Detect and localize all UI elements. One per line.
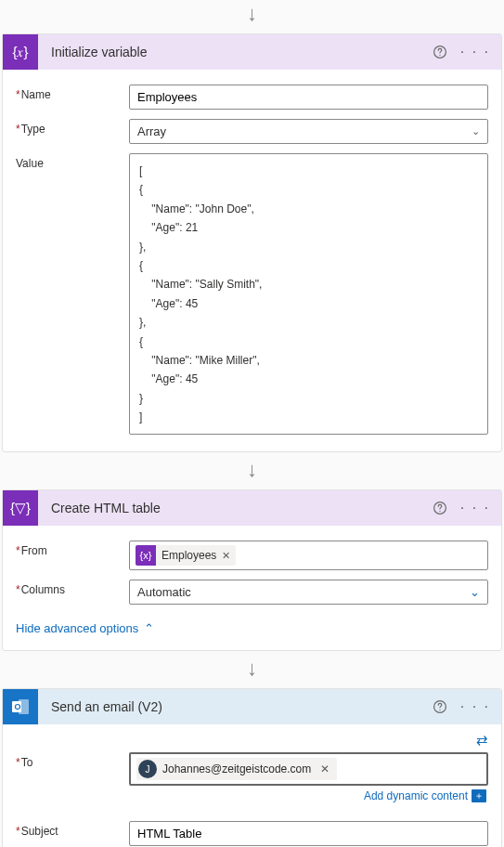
add-dynamic-content-link[interactable]: Add dynamic content ＋ [364, 789, 486, 802]
create-html-table-card: {▽} Create HTML table · · · *From {x} Em… [2, 489, 502, 651]
outlook-icon: O [3, 689, 38, 724]
flow-arrow-icon: ↓ [247, 458, 257, 482]
svg-point-1 [439, 55, 440, 56]
chevron-down-icon: ⌄ [472, 125, 480, 137]
svg-text:O: O [15, 702, 21, 711]
create-html-table-header[interactable]: {▽} Create HTML table · · · [3, 490, 501, 526]
help-icon[interactable] [433, 501, 447, 515]
flow-arrow-icon: ↓ [247, 657, 257, 681]
card-title: Create HTML table [38, 501, 433, 515]
chevron-up-icon: ⌃ [144, 621, 154, 635]
variable-icon: {𝑥} [3, 34, 38, 70]
token-remove-icon[interactable]: ✕ [320, 762, 330, 775]
card-menu-icon[interactable]: · · · [460, 698, 490, 715]
type-label: *Type [16, 119, 129, 136]
value-label: Value [16, 153, 129, 170]
card-title: Send an email (V2) [38, 699, 433, 714]
columns-label: *Columns [16, 580, 129, 596]
initialize-variable-header[interactable]: {𝑥} Initialize variable · · · [3, 34, 501, 70]
to-input[interactable]: J Johannes@zeitgeistcode.com ✕ [129, 752, 488, 786]
help-icon[interactable] [433, 699, 447, 714]
chevron-down-icon: ⌄ [470, 585, 480, 599]
to-label: *To [16, 752, 129, 769]
subject-input[interactable] [129, 821, 488, 846]
from-token[interactable]: {x} Employees ✕ [136, 545, 236, 566]
hide-advanced-link[interactable]: Hide advanced options ⌃ [3, 612, 501, 650]
svg-point-8 [439, 710, 440, 710]
value-textarea[interactable]: [ { "Name": "John Doe", "Age": 21 }, { "… [129, 153, 488, 435]
card-menu-icon[interactable]: · · · [460, 500, 490, 516]
name-label: *Name [16, 85, 129, 101]
subject-label: *Subject [16, 821, 129, 838]
token-remove-icon[interactable]: ✕ [222, 550, 230, 562]
card-title: Initialize variable [38, 45, 433, 59]
initialize-variable-card: {𝑥} Initialize variable · · · *Name *Typ… [2, 33, 502, 452]
table-icon: {▽} [3, 490, 38, 526]
type-select[interactable]: Array ⌄ [129, 119, 488, 144]
help-icon[interactable] [433, 45, 447, 59]
dynamic-content-badge-icon: ＋ [472, 789, 486, 802]
flow-arrow-in: ↓ [247, 2, 257, 26]
from-label: *From [16, 541, 129, 557]
from-input[interactable]: {x} Employees ✕ [129, 541, 488, 570]
send-email-header[interactable]: O Send an email (V2) · · · [3, 689, 501, 724]
svg-point-3 [439, 511, 440, 512]
variable-token-icon: {x} [136, 545, 156, 566]
to-contact-token[interactable]: J Johannes@zeitgeistcode.com ✕ [136, 758, 337, 780]
swap-mode-icon[interactable]: ⇄ [476, 732, 488, 749]
avatar-icon: J [138, 760, 157, 778]
send-email-card: O Send an email (V2) · · · ⇄ *To J Johan… [2, 688, 502, 847]
name-input[interactable] [129, 85, 488, 110]
columns-select[interactable]: Automatic ⌄ [129, 580, 488, 605]
card-menu-icon[interactable]: · · · [460, 44, 490, 60]
